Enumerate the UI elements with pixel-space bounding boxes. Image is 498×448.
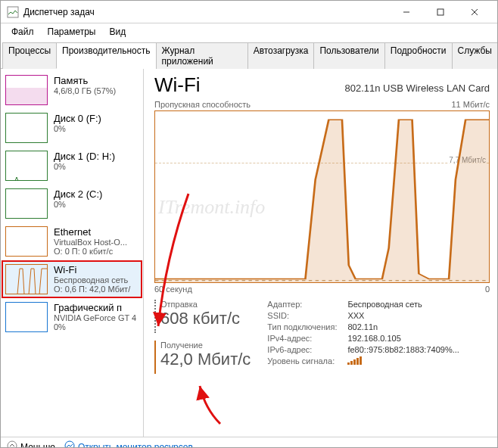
tab-users[interactable]: Пользователи <box>313 42 384 69</box>
main-panel: Wi-Fi 802.11n USB Wireless LAN Card Проп… <box>144 69 497 437</box>
menu-file[interactable]: Файл <box>5 25 40 39</box>
tab-details[interactable]: Подробности <box>384 42 453 69</box>
mini-graph-ethernet <box>5 226 48 257</box>
maximize-button[interactable] <box>423 2 457 23</box>
monitor-icon <box>64 440 75 448</box>
content: Память4,6/8,0 ГБ (57%) Диск 0 (F:)0% Дис… <box>1 69 497 437</box>
window-title: Диспетчер задач <box>23 7 389 17</box>
mini-graph-memory <box>5 75 48 105</box>
chart-label-max: 11 Мбит/с <box>452 100 490 109</box>
titlebar: Диспетчер задач <box>1 1 497 23</box>
tabs: Процессы Производительность Журнал прило… <box>1 42 497 69</box>
menubar: Файл Параметры Вид <box>1 23 497 40</box>
footer: Меньше Открыть монитор ресурсов <box>1 437 497 448</box>
sidebar-item-wifi[interactable]: Wi-FiБеспроводная сетьО: 0,6 П: 42,0 Мби… <box>2 261 142 297</box>
stat-send: Отправка 608 кбит/с <box>154 300 251 333</box>
chart-label-throughput: Пропускная способность <box>154 100 251 109</box>
chart-xaxis-left: 60 секунд <box>154 285 192 294</box>
menu-view[interactable]: Вид <box>103 25 132 39</box>
chart-svg <box>155 111 489 282</box>
sidebar-item-disk2[interactable]: Диск 2 (C:)0% <box>2 185 142 222</box>
minimize-button[interactable] <box>389 2 423 23</box>
sidebar-label: Память <box>54 75 139 86</box>
svg-rect-2 <box>437 9 444 15</box>
mini-graph-disk <box>5 151 48 181</box>
mini-graph-wifi <box>5 264 48 294</box>
mini-graph-disk <box>5 188 48 219</box>
send-value: 608 кбит/с <box>160 309 240 328</box>
signal-strength-icon <box>347 356 459 366</box>
close-button[interactable] <box>457 2 491 23</box>
sidebar-item-disk1[interactable]: Диск 1 (D: H:)0% <box>2 148 142 184</box>
tab-processes[interactable]: Процессы <box>2 42 57 69</box>
tab-startup[interactable]: Автозагрузка <box>247 42 315 69</box>
sidebar-item-ethernet[interactable]: EthernetVirtualBox Host-O...О: 0 П: 0 кб… <box>2 223 142 260</box>
receive-marker <box>154 341 156 374</box>
receive-value: 42,0 Мбит/с <box>160 350 251 369</box>
open-resource-monitor-link[interactable]: Открыть монитор ресурсов <box>64 440 193 448</box>
chart-xaxis-right: 0 <box>485 285 490 294</box>
menu-options[interactable]: Параметры <box>42 25 102 39</box>
mini-graph-disk <box>5 113 48 143</box>
sidebar-item-disk0[interactable]: Диск 0 (F:)0% <box>2 110 142 146</box>
adapter-name: 802.11n USB Wireless LAN Card <box>345 82 490 94</box>
page-title: Wi-Fi <box>154 73 201 97</box>
sidebar-item-memory[interactable]: Память4,6/8,0 ГБ (57%) <box>2 72 142 108</box>
stat-receive: Получение 42,0 Мбит/с <box>154 341 251 374</box>
sidebar[interactable]: Память4,6/8,0 ГБ (57%) Диск 0 (F:)0% Дис… <box>1 69 144 437</box>
fewer-details-button[interactable]: Меньше <box>7 440 55 448</box>
throughput-chart: 7,7 Мбит/с ITremont.info <box>154 110 490 283</box>
connection-info-grid: Адаптер:Беспроводная сеть SSID:XXX Тип п… <box>267 300 459 374</box>
mini-graph-gpu <box>5 302 48 332</box>
app-icon <box>7 6 19 18</box>
chevron-up-icon <box>7 440 17 448</box>
tab-services[interactable]: Службы <box>452 42 498 69</box>
tab-performance[interactable]: Производительность <box>56 42 156 69</box>
tab-app-history[interactable]: Журнал приложений <box>156 42 248 69</box>
send-marker <box>154 300 156 333</box>
sidebar-item-gpu[interactable]: Графический пNVIDIA GeForce GT 40% <box>2 299 142 335</box>
